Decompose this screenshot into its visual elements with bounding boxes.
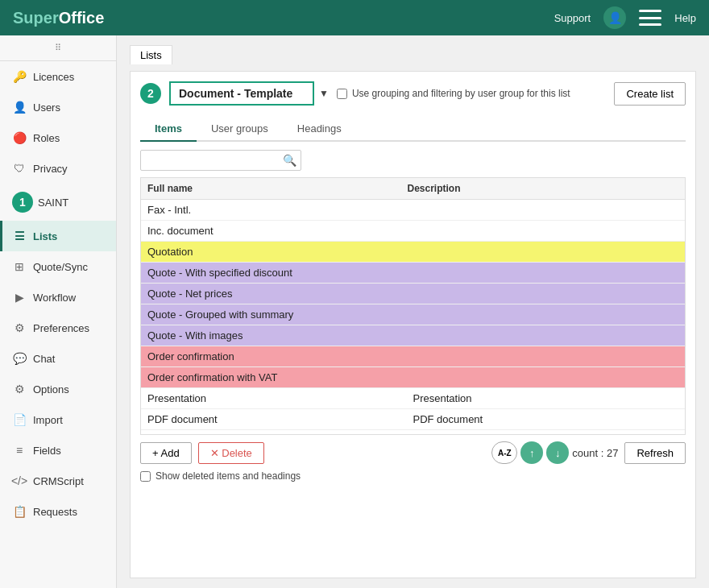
row-name: Spreadsheet <box>147 434 413 435</box>
sidebar-label-quotesync: Quote/Sync <box>33 261 88 273</box>
support-link[interactable]: Support <box>554 12 591 24</box>
dropdown-arrow-icon[interactable]: ▼ <box>319 88 329 99</box>
table-row[interactable]: Spreadsheet Spreadsheet <box>141 430 685 435</box>
list-selector: Document - Template ▼ <box>169 81 329 106</box>
content-panel: 2 Document - Template ▼ Use grouping and… <box>130 71 696 578</box>
sidebar-item-privacy[interactable]: 🛡 Privacy <box>0 153 116 184</box>
tabs-row: Items User groups Headings <box>140 117 686 142</box>
sort-up-button[interactable]: ↑ <box>520 441 543 464</box>
add-button[interactable]: + Add <box>140 442 192 464</box>
sort-az-button[interactable]: A-Z <box>491 441 517 464</box>
saint-badge: 1 <box>12 192 33 213</box>
logo-office: Office <box>59 9 105 27</box>
sidebar-label-lists: Lists <box>33 230 57 242</box>
create-list-button[interactable]: Create list <box>614 82 686 106</box>
workflow-icon: ▶ <box>12 290 27 304</box>
col-header-fullname: Full name <box>147 183 408 194</box>
row-desc <box>413 204 679 216</box>
grouping-label: Use grouping and filtering by user group… <box>352 88 570 99</box>
sidebar-label-chat: Chat <box>33 353 55 365</box>
row-desc <box>413 371 679 383</box>
breadcrumb: Lists <box>130 45 696 64</box>
show-deleted-checkbox[interactable] <box>140 471 151 482</box>
sidebar-item-workflow[interactable]: ▶ Workflow <box>0 282 116 313</box>
row-name: Fax - Intl. <box>147 204 413 216</box>
show-deleted-label: Show deleted items and headings <box>155 470 301 482</box>
tab-user-groups[interactable]: User groups <box>197 117 283 142</box>
sidebar-item-import[interactable]: 📄 Import <box>0 404 116 435</box>
sidebar-item-saint[interactable]: 1 SAINT <box>0 184 116 221</box>
row-desc: PDF document <box>413 413 679 425</box>
table-row[interactable]: Presentation Presentation <box>141 388 685 409</box>
table-row[interactable]: Quotation <box>141 242 685 263</box>
col-header-description: Description <box>408 183 668 194</box>
sidebar-item-lists[interactable]: ☰ Lists <box>0 221 116 251</box>
table-row[interactable]: Quote - Grouped with summary <box>141 304 685 325</box>
sidebar-item-fields[interactable]: ≡ Fields <box>0 435 116 466</box>
app-header: SuperOffice Support 👤 Help <box>0 0 709 35</box>
main-content: Lists 2 Document - Template ▼ Use groupi… <box>117 35 709 588</box>
row-desc: Spreadsheet <box>413 434 679 435</box>
roles-icon: 🔴 <box>12 130 27 145</box>
row-desc <box>413 246 679 258</box>
grouping-checkbox-input[interactable] <box>337 89 347 99</box>
privacy-icon: 🛡 <box>12 161 27 176</box>
list-dropdown[interactable]: Document - Template <box>169 81 314 106</box>
menu-icon[interactable] <box>639 10 661 26</box>
sidebar-label-import: Import <box>33 414 63 426</box>
table-row[interactable]: Quote - Net prices <box>141 284 685 304</box>
row-name: Order confirmation <box>147 350 413 362</box>
sidebar-item-licences[interactable]: 🔑 Licences <box>0 61 116 92</box>
sort-down-button[interactable]: ↓ <box>546 441 569 464</box>
row-name: PDF document <box>147 413 413 425</box>
grouping-option: Use grouping and filtering by user group… <box>337 88 570 99</box>
row-name: Quote - With images <box>147 329 413 342</box>
table-header: Full name Description <box>141 178 685 200</box>
sidebar-item-requests[interactable]: 📋 Requests <box>0 496 116 527</box>
preferences-icon: ⚙ <box>12 321 27 335</box>
main-layout: ⠿ 🔑 Licences 👤 Users 🔴 Roles 🛡 Privacy 1… <box>0 35 709 588</box>
row-desc <box>413 267 679 279</box>
table-row[interactable]: Quote - With images <box>141 325 685 346</box>
sidebar-item-users[interactable]: 👤 Users <box>0 92 116 122</box>
sidebar-label-options: Options <box>33 383 69 395</box>
sidebar: ⠿ 🔑 Licences 👤 Users 🔴 Roles 🛡 Privacy 1… <box>0 35 117 588</box>
search-input[interactable] <box>147 155 283 167</box>
table-row[interactable]: Order confirmation with VAT <box>141 367 685 388</box>
row-desc <box>413 288 679 300</box>
options-icon: ⚙ <box>12 382 27 396</box>
row-name: Quote - Grouped with summary <box>147 308 413 321</box>
delete-button[interactable]: ✕ Delete <box>198 442 264 464</box>
help-link[interactable]: Help <box>674 12 696 24</box>
sidebar-item-crmscript[interactable]: </> CRMScript <box>0 466 116 496</box>
refresh-button[interactable]: Refresh <box>624 442 686 464</box>
table-row[interactable]: Order confirmation <box>141 346 685 367</box>
quotesync-icon: ⊞ <box>12 259 27 274</box>
row-desc <box>413 308 679 321</box>
row-desc <box>413 329 679 342</box>
table-row[interactable]: Quote - With specified discount <box>141 263 685 284</box>
sidebar-item-preferences[interactable]: ⚙ Preferences <box>0 313 116 343</box>
items-table: Full name Description Fax - Intl. Inc. d… <box>140 177 686 435</box>
chat-icon: 💬 <box>12 351 27 366</box>
table-row[interactable]: PDF document PDF document <box>141 409 685 430</box>
sidebar-item-roles[interactable]: 🔴 Roles <box>0 122 116 153</box>
sidebar-label-crmscript: CRMScript <box>33 475 84 487</box>
row-name: Inc. document <box>147 225 413 237</box>
top-row: 2 Document - Template ▼ Use grouping and… <box>140 81 686 106</box>
search-row: 🔍 <box>140 150 301 171</box>
breadcrumb-lists[interactable]: Lists <box>130 45 172 64</box>
sidebar-label-privacy: Privacy <box>33 163 68 175</box>
sidebar-label-saint: SAINT <box>38 197 68 209</box>
bottom-actions: + Add ✕ Delete A-Z ↑ ↓ count : 27 Refres… <box>140 441 686 464</box>
table-row[interactable]: Inc. document <box>141 221 685 242</box>
sidebar-item-chat[interactable]: 💬 Chat <box>0 343 116 374</box>
row-name: Quote - Net prices <box>147 288 413 300</box>
sidebar-item-quotesync[interactable]: ⊞ Quote/Sync <box>0 251 116 282</box>
table-row[interactable]: Fax - Intl. <box>141 200 685 221</box>
tab-items[interactable]: Items <box>140 117 197 142</box>
user-icon[interactable]: 👤 <box>603 6 626 29</box>
tab-headings[interactable]: Headings <box>283 117 356 142</box>
sidebar-item-options[interactable]: ⚙ Options <box>0 374 116 404</box>
sidebar-label-users: Users <box>33 101 60 114</box>
